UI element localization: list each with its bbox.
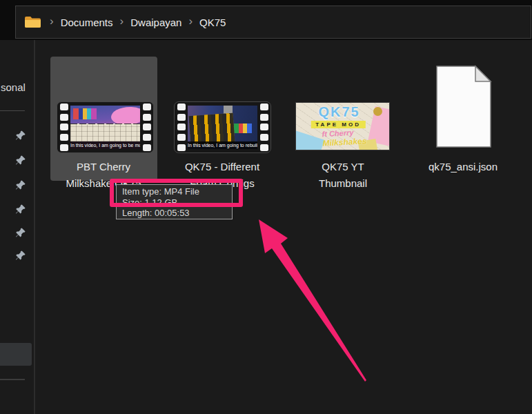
- video-frame: In this video, I am going to be modding: [70, 106, 140, 149]
- file-thumbnail-image[interactable]: QK75 TAPE MOD ft Cherry Milkshakes: [295, 102, 390, 150]
- video-caption: In this video, I am going to rebuild my: [188, 141, 257, 149]
- annotation-highlight-box: [110, 179, 243, 207]
- file-thumbnail-video[interactable]: In this video, I am going to rebuild my: [174, 101, 271, 153]
- folder-icon: [24, 15, 41, 29]
- pin-icon[interactable]: [15, 130, 26, 141]
- filmstrip-holes: [257, 102, 270, 152]
- sidebar-divider: [0, 110, 25, 111]
- sidebar-divider: [0, 379, 25, 380]
- thumb-badge-text: TAPE MOD: [311, 121, 366, 128]
- chevron-right-icon: ›: [188, 14, 193, 28]
- file-thumbnail-video[interactable]: In this video, I am going to be modding: [57, 101, 154, 153]
- filmstrip-holes: [140, 102, 153, 152]
- file-icon-document[interactable]: [431, 64, 495, 150]
- chevron-right-icon: ›: [50, 14, 54, 28]
- video-frame: In this video, I am going to rebuild my: [188, 106, 257, 149]
- filmstrip-holes: [175, 102, 188, 152]
- sidebar-item-highlight[interactable]: [0, 343, 32, 366]
- video-caption: In this video, I am going to be modding: [70, 141, 140, 149]
- breadcrumb-documents[interactable]: Documents: [61, 17, 113, 28]
- chevron-right-icon: ›: [120, 14, 124, 28]
- pin-icon[interactable]: [15, 227, 26, 238]
- thumb-title-text: QK75: [296, 104, 382, 120]
- breadcrumb-qk75[interactable]: QK75: [199, 17, 226, 28]
- file-list: In this video, I am going to be modding …: [35, 40, 532, 414]
- filmstrip-holes: [57, 102, 70, 152]
- navigation-pane: sonal: [0, 40, 34, 414]
- pin-icon[interactable]: [15, 204, 26, 215]
- file-name[interactable]: qk75_ansi.json: [404, 159, 522, 175]
- pin-icon[interactable]: [15, 250, 26, 261]
- file-name[interactable]: QK75 YT Thumbnail: [284, 159, 402, 192]
- tooltip-length: Length: 00:05:53: [122, 208, 226, 219]
- pin-icon[interactable]: [15, 155, 26, 166]
- thumbnail-art: QK75 TAPE MOD ft Cherry Milkshakes: [296, 103, 389, 150]
- pin-icon[interactable]: [15, 179, 26, 190]
- sidebar-item-personal[interactable]: sonal: [1, 81, 26, 93]
- file-explorer-window: › Documents › Dwaipayan › QK75 sonal: [0, 0, 532, 414]
- address-bar[interactable]: › Documents › Dwaipayan › QK75: [15, 6, 531, 39]
- breadcrumb-dwaipayan[interactable]: Dwaipayan: [130, 17, 181, 28]
